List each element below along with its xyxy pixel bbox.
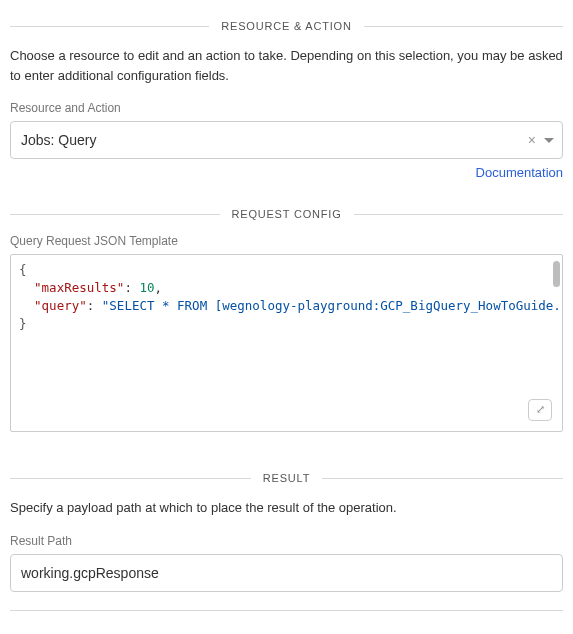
section-divider-request-config: REQUEST CONFIG	[10, 208, 563, 220]
bottom-divider	[10, 610, 563, 611]
section-title: RESULT	[251, 472, 322, 484]
clear-icon[interactable]: ×	[526, 130, 538, 150]
section-title: REQUEST CONFIG	[220, 208, 354, 220]
expand-editor-button[interactable]: ⤢	[528, 399, 552, 421]
code-brace-open: {	[19, 262, 27, 277]
section-title: RESOURCE & ACTION	[209, 20, 363, 32]
code-key: "maxResults"	[34, 280, 124, 295]
chevron-down-icon[interactable]	[544, 138, 554, 143]
expand-icon: ⤢	[536, 402, 545, 418]
code-number: 10	[139, 280, 154, 295]
scrollbar-vertical[interactable]	[553, 261, 560, 287]
resource-action-value: Jobs: Query	[21, 132, 96, 148]
resource-action-help: Choose a resource to edit and an action …	[10, 46, 563, 85]
documentation-link[interactable]: Documentation	[476, 165, 563, 180]
section-divider-result: RESULT	[10, 472, 563, 484]
query-template-label: Query Request JSON Template	[10, 234, 563, 248]
code-string: "SELECT * FROM [wegnology-playground:GCP…	[102, 298, 563, 313]
section-divider-resource-action: RESOURCE & ACTION	[10, 20, 563, 32]
resource-action-select[interactable]: Jobs: Query ×	[10, 121, 563, 159]
result-help: Specify a payload path at which to place…	[10, 498, 563, 518]
resource-action-label: Resource and Action	[10, 101, 563, 115]
code-brace-close: }	[19, 316, 27, 331]
json-template-editor[interactable]: { "maxResults": 10, "query": "SELECT * F…	[10, 254, 563, 432]
result-path-label: Result Path	[10, 534, 563, 548]
select-controls: ×	[526, 122, 554, 158]
result-path-input[interactable]	[10, 554, 563, 592]
code-key: "query"	[34, 298, 87, 313]
